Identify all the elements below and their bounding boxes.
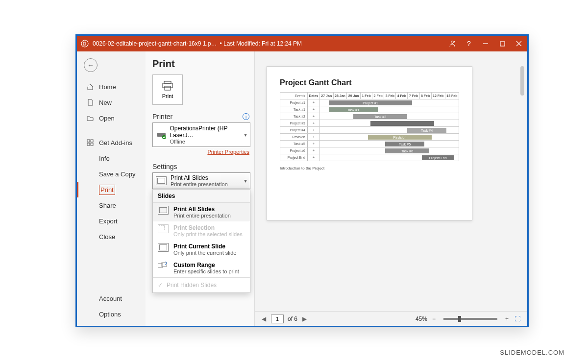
sidebar-item-label: Save a Copy	[99, 170, 135, 178]
sidebar-addins[interactable]: Get Add-ins	[77, 135, 146, 150]
sidebar-item-label: Info	[99, 155, 110, 162]
zoom-in-button[interactable]: +	[504, 315, 510, 322]
zoom-value: 45%	[416, 315, 427, 322]
printer-name: OperationsPrinter (HP LaserJ…	[170, 125, 227, 139]
help-icon[interactable]: ?	[461, 36, 477, 51]
minimize-button[interactable]	[477, 36, 494, 51]
file-name: 0026-02-editable-project-gantt-chart-16x…	[93, 40, 219, 47]
sidebar-options[interactable]: Options	[77, 306, 146, 322]
sidebar-item-label: Print	[99, 185, 115, 195]
powerpoint-icon	[77, 40, 93, 48]
sidebar-item-label: Share	[99, 202, 116, 209]
addins-icon	[86, 139, 94, 146]
preview-area[interactable]: Project Gantt Chart EventsDates 27 Jan28…	[255, 51, 527, 311]
next-page-button[interactable]: ▶	[301, 315, 308, 322]
page-input[interactable]	[271, 315, 284, 323]
open-icon	[86, 115, 94, 121]
gantt-bar: Task #2	[353, 114, 407, 119]
custom-range-icon	[158, 262, 169, 270]
slide-caption: Introduction to the Project	[280, 166, 459, 170]
svg-rect-10	[91, 143, 93, 146]
sidebar-item-label: Open	[99, 115, 115, 122]
fit-page-button[interactable]: ⛶	[514, 315, 521, 322]
gantt-bar: Task #4	[407, 128, 446, 133]
range-selected-sub: Print entire presentation	[171, 181, 228, 187]
svg-rect-13	[165, 86, 171, 90]
sidebar-new[interactable]: New	[77, 95, 146, 110]
all-slides-icon	[158, 206, 169, 215]
gantt-bar: Revision	[368, 135, 432, 140]
sidebar-item-label: Account	[99, 295, 122, 302]
prev-page-button[interactable]: ◀	[261, 315, 267, 322]
sidebar-share[interactable]: Share	[77, 197, 146, 213]
share-icon[interactable]	[444, 36, 461, 51]
svg-rect-8	[91, 140, 93, 142]
menu-print-current[interactable]: Print Current SlideOnly print the curren…	[153, 240, 250, 259]
preview-panel: Project Gantt Chart EventsDates 27 Jan28…	[254, 51, 527, 326]
info-icon[interactable]: i	[243, 113, 249, 120]
chevron-down-icon: ▾	[244, 131, 247, 138]
print-range-dropdown[interactable]: Print All SlidesPrint entire presentatio…	[152, 172, 250, 189]
preview-scrollbar[interactable]	[519, 66, 525, 306]
backstage-sidebar: ← Home New Open Get Add-ins Info Save a …	[77, 51, 146, 326]
printer-status: Offline	[170, 139, 240, 145]
gantt-bar: Task #6	[385, 148, 429, 153]
print-button-label: Print	[162, 93, 173, 99]
printer-section-title: Printer	[152, 113, 172, 121]
sidebar-item-label: Home	[99, 83, 116, 91]
page-total: of 6	[288, 315, 297, 322]
last-modified: • Last Modified: Fri at 12:24 PM	[219, 40, 444, 47]
sidebar-account[interactable]: Account	[77, 291, 146, 306]
close-button[interactable]	[511, 36, 527, 51]
sidebar-save-copy[interactable]: Save a Copy	[77, 166, 146, 182]
title-bar: 0026-02-editable-project-gantt-chart-16x…	[77, 36, 527, 51]
menu-custom-range[interactable]: Custom RangeEnter specific slides to pri…	[153, 259, 250, 277]
svg-point-2	[451, 41, 454, 44]
sidebar-item-label: Close	[99, 233, 115, 241]
sidebar-item-label: Get Add-ins	[99, 139, 132, 146]
sidebar-item-label: Export	[99, 218, 118, 225]
sidebar-export[interactable]: Export	[77, 213, 146, 229]
svg-rect-1	[83, 42, 85, 45]
gantt-bar: Task #1	[329, 107, 378, 112]
printer-icon	[162, 80, 173, 91]
printer-dropdown[interactable]: OperationsPrinter (HP LaserJ…Offline ▾	[152, 122, 250, 147]
sidebar-close[interactable]: Close	[77, 229, 146, 244]
print-button[interactable]: Print	[152, 74, 183, 105]
sidebar-open[interactable]: Open	[77, 110, 146, 126]
svg-rect-7	[87, 140, 90, 142]
current-slide-icon	[158, 243, 169, 252]
preview-status-bar: ◀ of 6 ▶ 45% − + ⛶	[255, 311, 527, 326]
menu-print-hidden: ✓Print Hidden Slides	[153, 278, 250, 292]
sidebar-home[interactable]: Home	[77, 79, 146, 95]
gantt-bar: Task #5	[385, 142, 424, 146]
watermark: SLIDEMODEL.COM	[500, 349, 564, 356]
chevron-down-icon: ▾	[244, 177, 247, 184]
range-selected-title: Print All Slides	[171, 174, 208, 181]
gantt-bar	[370, 121, 434, 126]
slide-title: Project Gantt Chart	[280, 78, 459, 87]
slide-preview: Project Gantt Chart EventsDates 27 Jan28…	[267, 66, 472, 220]
printer-properties-link[interactable]: Printer Properties	[150, 147, 254, 155]
printer-device-icon	[156, 130, 166, 140]
sidebar-item-label: New	[99, 99, 112, 106]
maximize-button[interactable]	[494, 36, 511, 51]
home-icon	[86, 83, 94, 90]
page-title: Print	[152, 58, 254, 70]
sidebar-info[interactable]: Info	[77, 150, 146, 166]
zoom-slider[interactable]	[443, 318, 497, 320]
sidebar-item-label: Options	[99, 311, 121, 318]
svg-rect-11	[164, 81, 171, 83]
settings-section-title: Settings	[152, 163, 177, 170]
print-range-menu: Slides Print All SlidesPrint entire pres…	[152, 189, 250, 293]
gantt-bar: Project End	[422, 155, 454, 160]
zoom-out-button[interactable]: −	[431, 315, 437, 322]
selection-icon	[158, 224, 169, 233]
svg-rect-9	[87, 143, 90, 146]
sidebar-print[interactable]: Print	[77, 182, 146, 197]
menu-print-selection: Print SelectionOnly print the selected s…	[153, 221, 250, 240]
menu-print-all[interactable]: Print All SlidesPrint entire presentatio…	[153, 203, 250, 221]
slides-icon	[156, 176, 167, 185]
back-button[interactable]: ←	[84, 58, 98, 72]
gantt-bar: Project #1	[329, 100, 412, 105]
